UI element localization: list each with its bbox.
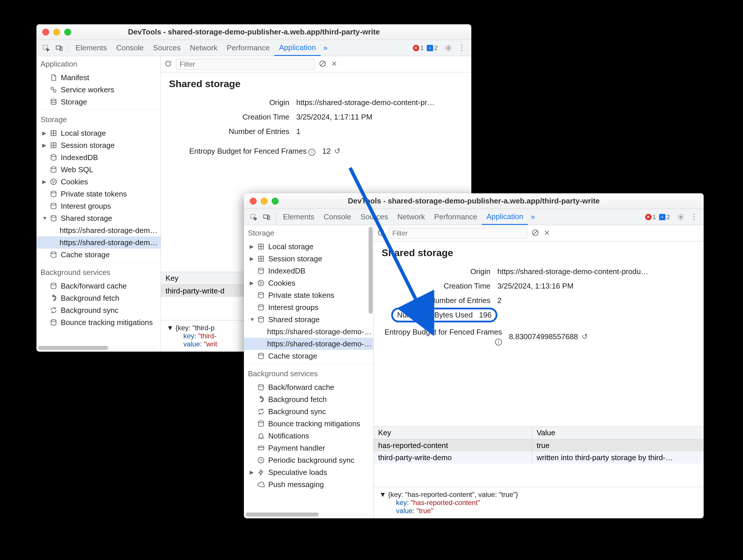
sidebar-item-background-fetch[interactable]: Background fetch [244,393,373,405]
tab-console[interactable]: Console [319,209,356,225]
sidebar-item-notifications[interactable]: Notifications [244,430,373,442]
sidebar-item-indexeddb[interactable]: IndexedDB [37,152,161,164]
sidebar-item-bounce-tracking[interactable]: Bounce tracking mitigations [37,316,161,329]
issue-badge[interactable]: ▪2 [659,213,670,221]
sidebar-item-cache-storage[interactable]: Cache storage [37,249,161,261]
reset-icon[interactable]: ↺ [581,332,588,341]
detail-heading: Shared storage [161,72,471,95]
sidebar-item-storage[interactable]: Storage [37,96,161,108]
maximize-button[interactable] [64,29,71,36]
sidebar-item-cookies[interactable]: ▶Cookies [37,176,161,188]
clear-icon[interactable] [531,229,539,238]
more-icon[interactable]: ⋮ [455,43,469,52]
sidebar-item-manifest[interactable]: Manifest [37,72,161,84]
sidebar-item-back-forward-cache[interactable]: Back/forward cache [244,381,373,393]
tab-performance[interactable]: Performance [430,209,482,225]
settings-icon[interactable] [674,213,688,221]
sidebar-shared-origin-1[interactable]: https://shared-storage-demo-… [244,326,373,338]
entropy-value: 8.830074998557688↺ [509,332,696,341]
maximize-button[interactable] [272,198,279,205]
close-button[interactable] [250,198,257,205]
key-header[interactable]: Key [374,427,532,439]
database-icon [49,282,58,290]
value-header[interactable]: Value [532,427,704,439]
sidebar-shared-origin-2[interactable]: https://shared-storage-demo-… [37,236,161,249]
sidebar-item-background-sync[interactable]: Background sync [244,405,373,418]
sidebar-vscroll[interactable] [368,227,373,314]
sidebar-shared-origin-2[interactable]: https://shared-storage-demo-… [244,338,373,350]
tab-elements[interactable]: Elements [278,209,319,225]
sidebar-item-session-storage[interactable]: ▶Session storage [37,139,161,152]
sidebar-item-private-state-tokens[interactable]: Private state tokens [37,188,161,200]
clear-icon[interactable] [319,60,326,69]
issue-badge[interactable]: ▪2 [427,44,438,52]
reset-icon[interactable]: ↺ [334,147,341,156]
inspect-icon[interactable] [247,213,260,221]
sidebar-item-background-sync[interactable]: Background sync [37,304,161,316]
error-badge[interactable]: ✕1 [413,44,424,52]
minimize-button[interactable] [53,29,60,36]
sidebar-item-local-storage[interactable]: ▶Local storage [244,241,373,253]
sidebar-item-indexeddb[interactable]: IndexedDB [244,265,373,277]
database-icon [257,316,265,323]
sidebar-shared-origin-1[interactable]: https://shared-storage-demo-… [37,224,161,236]
close-icon[interactable] [543,229,551,238]
database-icon [49,166,58,173]
svg-point-48 [258,384,263,386]
close-icon[interactable] [331,60,338,69]
sidebar-item-shared-storage[interactable]: ▼Shared storage [37,212,161,224]
highlight-bytes-used: Number of Bytes Used 196 [391,308,497,322]
sidebar-item-cookies[interactable]: ▶Cookies [244,277,373,289]
sidebar-item-background-fetch[interactable]: Background fetch [37,292,161,304]
sidebar-item-session-storage[interactable]: ▶Session storage [244,253,373,265]
tab-application[interactable]: Application [482,209,528,225]
info-icon[interactable]: i [308,149,315,156]
minimize-button[interactable] [261,198,268,205]
sidebar-item-bounce-tracking[interactable]: Bounce tracking mitigations [244,418,373,430]
sidebar-item-websql[interactable]: Web SQL [37,164,161,176]
filter-input[interactable] [389,228,527,239]
sidebar-scrollbar[interactable] [246,513,367,517]
sidebar-item-speculative-loads[interactable]: ▶Speculative loads [244,466,373,478]
settings-icon[interactable] [442,44,455,52]
sidebar-item-periodic-sync[interactable]: Periodic background sync [244,454,373,466]
chevron-right-icon: ▶ [250,280,256,286]
sidebar-item-private-state-tokens[interactable]: Private state tokens [244,289,373,301]
sidebar-item-payment-handler[interactable]: Payment handler [244,442,373,454]
tab-sources[interactable]: Sources [148,40,185,56]
table-row[interactable]: third-party-write-demowritten into third… [374,451,704,464]
tab-network[interactable]: Network [185,40,222,56]
info-icon[interactable]: i [495,339,502,346]
sidebar-scrollbar[interactable] [38,346,155,350]
sidebar-item-interest-groups[interactable]: Interest groups [37,200,161,212]
tab-application[interactable]: Application [274,40,320,56]
table-row[interactable]: has-reported-contenttrue [374,439,704,451]
sidebar-item-shared-storage[interactable]: ▼Shared storage [244,313,373,326]
tab-elements[interactable]: Elements [71,40,112,56]
inspect-icon[interactable] [39,44,53,52]
sidebar-item-service-workers[interactable]: Service workers [37,84,161,96]
sidebar-item-local-storage[interactable]: ▶Local storage [37,127,161,139]
more-tabs-icon[interactable]: » [528,212,538,221]
tab-sources[interactable]: Sources [356,209,393,225]
tab-console[interactable]: Console [112,40,148,56]
more-tabs-icon[interactable]: » [320,43,331,52]
device-icon[interactable] [260,213,273,221]
refresh-icon[interactable] [164,60,172,69]
sync-icon [257,396,265,403]
svg-point-15 [51,179,56,185]
sidebar-item-back-forward-cache[interactable]: Back/forward cache [37,280,161,292]
more-icon[interactable]: ⋮ [688,212,701,221]
tab-performance[interactable]: Performance [222,40,274,56]
refresh-icon[interactable] [377,229,385,238]
error-badge[interactable]: ✕1 [645,213,656,221]
sidebar-item-cache-storage[interactable]: Cache storage [244,350,373,362]
sidebar-item-interest-groups[interactable]: Interest groups [244,301,373,313]
tab-network[interactable]: Network [393,209,429,225]
close-button[interactable] [42,29,49,36]
main-tabbar: Elements Console Sources Network Perform… [244,209,704,225]
chevron-down-icon: ▼ [250,316,256,323]
device-icon[interactable] [53,44,66,52]
sidebar-item-push-messaging[interactable]: Push messaging [244,478,373,490]
filter-input[interactable] [176,59,315,70]
